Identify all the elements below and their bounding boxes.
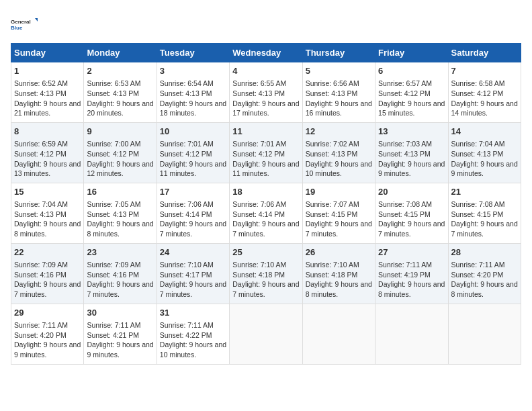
daylight-label: Daylight: 9 hours and 9 minutes.: [87, 340, 153, 359]
day-cell: 23 Sunrise: 7:09 AM Sunset: 4:16 PM Dayl…: [84, 243, 157, 304]
sunrise-label: Sunrise: 6:57 AM: [378, 79, 432, 87]
sunrise-label: Sunrise: 7:06 AM: [160, 200, 214, 208]
sunset-label: Sunset: 4:12 PM: [378, 89, 431, 97]
sunset-label: Sunset: 4:13 PM: [14, 89, 66, 97]
day-cell: [230, 304, 302, 364]
daylight-label: Daylight: 9 hours and 8 minutes.: [14, 220, 81, 238]
daylight-label: Daylight: 9 hours and 16 minutes.: [306, 99, 372, 118]
day-cell: 10 Sunrise: 7:01 AM Sunset: 4:12 PM Dayl…: [157, 122, 229, 183]
daylight-label: Daylight: 9 hours and 17 minutes.: [232, 99, 299, 118]
day-number: 28: [451, 246, 518, 259]
sunset-label: Sunset: 4:13 PM: [87, 89, 139, 97]
sunrise-label: Sunrise: 7:07 AM: [306, 200, 359, 208]
sunset-label: Sunset: 4:12 PM: [14, 150, 66, 158]
daylight-label: Daylight: 9 hours and 9 minutes.: [14, 340, 81, 359]
day-cell: 19 Sunrise: 7:07 AM Sunset: 4:15 PM Dayl…: [302, 183, 375, 243]
day-number: 5: [306, 65, 372, 77]
sunset-label: Sunset: 4:13 PM: [232, 89, 285, 97]
col-header-sunday: Sunday: [11, 44, 84, 62]
day-cell: 16 Sunrise: 7:05 AM Sunset: 4:13 PM Dayl…: [84, 183, 157, 243]
day-cell: 6 Sunrise: 6:57 AM Sunset: 4:12 PM Dayli…: [375, 62, 448, 123]
day-cell: 2 Sunrise: 6:53 AM Sunset: 4:13 PM Dayli…: [84, 62, 157, 123]
sunset-label: Sunset: 4:13 PM: [378, 150, 431, 158]
day-number: 22: [14, 246, 81, 259]
sunrise-label: Sunrise: 7:08 AM: [378, 200, 432, 208]
sunset-label: Sunset: 4:13 PM: [306, 150, 358, 158]
day-cell: 5 Sunrise: 6:56 AM Sunset: 4:13 PM Dayli…: [302, 62, 375, 123]
daylight-label: Daylight: 9 hours and 10 minutes.: [160, 340, 226, 359]
sunset-label: Sunset: 4:17 PM: [160, 271, 212, 279]
day-cell: 25 Sunrise: 7:10 AM Sunset: 4:18 PM Dayl…: [230, 243, 302, 304]
day-cell: [375, 304, 448, 364]
daylight-label: Daylight: 9 hours and 11 minutes.: [160, 160, 226, 178]
daylight-label: Daylight: 9 hours and 9 minutes.: [378, 160, 445, 178]
sunrise-label: Sunrise: 6:52 AM: [14, 79, 68, 87]
daylight-label: Daylight: 9 hours and 12 minutes.: [87, 160, 153, 178]
sunrise-label: Sunrise: 6:55 AM: [232, 79, 286, 87]
week-row-2: 8 Sunrise: 6:59 AM Sunset: 4:12 PM Dayli…: [11, 122, 521, 183]
daylight-label: Daylight: 9 hours and 13 minutes.: [14, 160, 81, 178]
sunset-label: Sunset: 4:13 PM: [14, 210, 66, 218]
daylight-label: Daylight: 9 hours and 7 minutes.: [451, 220, 518, 238]
day-number: 3: [160, 65, 226, 77]
svg-text:Blue: Blue: [11, 25, 23, 31]
day-cell: 30 Sunrise: 7:11 AM Sunset: 4:21 PM Dayl…: [84, 304, 157, 364]
day-cell: 24 Sunrise: 7:10 AM Sunset: 4:17 PM Dayl…: [157, 243, 229, 304]
day-cell: 13 Sunrise: 7:03 AM Sunset: 4:13 PM Dayl…: [375, 122, 448, 183]
col-header-wednesday: Wednesday: [230, 44, 302, 62]
sunset-label: Sunset: 4:16 PM: [14, 271, 66, 279]
day-cell: 18 Sunrise: 7:06 AM Sunset: 4:14 PM Dayl…: [230, 183, 302, 243]
sunset-label: Sunset: 4:16 PM: [87, 271, 139, 279]
day-number: 7: [451, 65, 518, 77]
sunrise-label: Sunrise: 7:10 AM: [306, 261, 359, 269]
daylight-label: Daylight: 9 hours and 7 minutes.: [14, 280, 81, 298]
sunset-label: Sunset: 4:13 PM: [160, 89, 212, 97]
sunset-label: Sunset: 4:15 PM: [378, 210, 431, 218]
svg-marker-2: [35, 18, 38, 21]
daylight-label: Daylight: 9 hours and 9 minutes.: [451, 160, 518, 178]
col-header-monday: Monday: [84, 44, 157, 62]
sunrise-label: Sunrise: 7:04 AM: [451, 140, 505, 148]
day-cell: 15 Sunrise: 7:04 AM Sunset: 4:13 PM Dayl…: [11, 183, 84, 243]
day-number: 4: [232, 65, 299, 77]
sunset-label: Sunset: 4:21 PM: [87, 331, 139, 339]
calendar-table: SundayMondayTuesdayWednesdayThursdayFrid…: [11, 43, 521, 365]
sunset-label: Sunset: 4:13 PM: [451, 150, 504, 158]
week-row-3: 15 Sunrise: 7:04 AM Sunset: 4:13 PM Dayl…: [11, 183, 521, 243]
sunrise-label: Sunrise: 7:09 AM: [14, 261, 68, 269]
svg-text:General: General: [11, 19, 31, 25]
day-number: 12: [306, 126, 372, 138]
daylight-label: Daylight: 9 hours and 11 minutes.: [232, 160, 299, 178]
sunrise-label: Sunrise: 7:00 AM: [87, 140, 140, 148]
daylight-label: Daylight: 9 hours and 21 minutes.: [14, 99, 81, 118]
day-cell: [302, 304, 375, 364]
day-number: 25: [232, 246, 299, 259]
daylight-label: Daylight: 9 hours and 8 minutes.: [378, 280, 445, 298]
sunrise-label: Sunrise: 7:05 AM: [87, 200, 140, 208]
logo: General Blue: [11, 11, 38, 38]
sunrise-label: Sunrise: 7:01 AM: [160, 140, 214, 148]
day-cell: 14 Sunrise: 7:04 AM Sunset: 4:13 PM Dayl…: [448, 122, 521, 183]
day-number: 30: [87, 307, 153, 319]
sunrise-label: Sunrise: 7:11 AM: [160, 321, 214, 329]
sunset-label: Sunset: 4:18 PM: [232, 271, 285, 279]
day-number: 27: [378, 246, 445, 259]
week-row-4: 22 Sunrise: 7:09 AM Sunset: 4:16 PM Dayl…: [11, 243, 521, 304]
day-number: 2: [87, 65, 153, 77]
daylight-label: Daylight: 9 hours and 7 minutes.: [87, 280, 153, 298]
day-cell: 20 Sunrise: 7:08 AM Sunset: 4:15 PM Dayl…: [375, 183, 448, 243]
day-cell: [448, 304, 521, 364]
col-header-friday: Friday: [375, 44, 448, 62]
sunset-label: Sunset: 4:22 PM: [160, 331, 212, 339]
sunrise-label: Sunrise: 6:53 AM: [87, 79, 140, 87]
daylight-label: Daylight: 9 hours and 7 minutes.: [160, 220, 226, 238]
sunrise-label: Sunrise: 7:10 AM: [232, 261, 286, 269]
day-number: 1: [14, 65, 81, 77]
day-cell: 8 Sunrise: 6:59 AM Sunset: 4:12 PM Dayli…: [11, 122, 84, 183]
day-number: 19: [306, 186, 372, 198]
sunset-label: Sunset: 4:12 PM: [87, 150, 139, 158]
day-cell: 3 Sunrise: 6:54 AM Sunset: 4:13 PM Dayli…: [157, 62, 229, 123]
day-number: 10: [160, 126, 226, 138]
day-cell: 1 Sunrise: 6:52 AM Sunset: 4:13 PM Dayli…: [11, 62, 84, 123]
col-header-thursday: Thursday: [302, 44, 375, 62]
